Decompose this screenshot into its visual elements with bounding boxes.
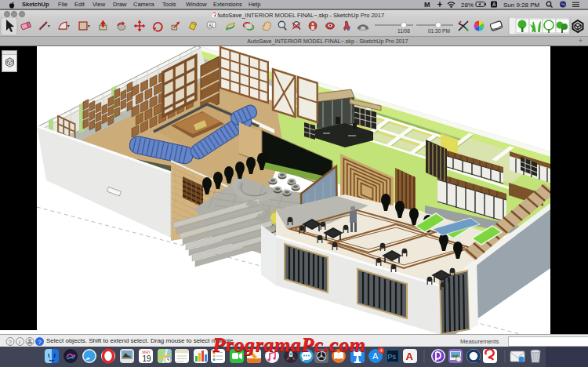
svg-text:11/08: 11/08 [397, 28, 410, 34]
svg-text:A: A [492, 2, 496, 7]
svg-text:M: M [424, 1, 430, 9]
svg-text:Sun 9:28 PM: Sun 9:28 PM [503, 2, 540, 9]
svg-text:19: 19 [143, 354, 152, 363]
svg-text:A1: A1 [209, 24, 213, 27]
svg-text:Ps: Ps [388, 353, 397, 361]
svg-text:A: A [406, 351, 414, 362]
svg-text:01:30 PM: 01:30 PM [428, 28, 450, 34]
svg-text:?: ? [38, 338, 42, 345]
svg-text:28%: 28% [461, 2, 474, 9]
svg-text:i: i [19, 338, 20, 345]
svg-text:A: A [372, 351, 379, 361]
svg-text:?: ? [9, 338, 13, 345]
svg-text:MAY: MAY [143, 350, 151, 354]
